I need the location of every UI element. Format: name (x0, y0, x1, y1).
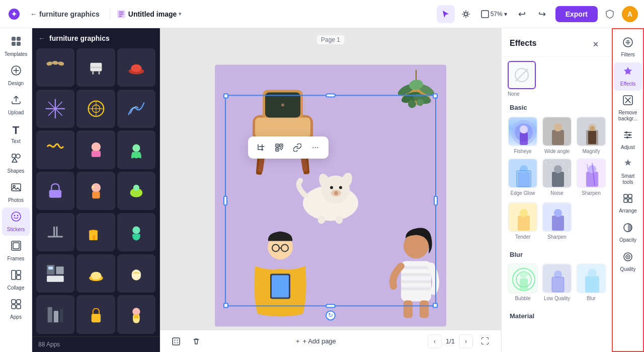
rail-item-effects[interactable]: Effects (614, 62, 642, 91)
sidebar-item-upload[interactable]: Upload (2, 91, 30, 119)
sticker-item[interactable] (117, 295, 155, 333)
svg-rect-57 (47, 265, 54, 274)
sticker-item[interactable] (117, 90, 155, 128)
effect-sharpen-1[interactable]: Sharpen (576, 158, 606, 196)
zoom-chevron-icon: ▾ (504, 11, 507, 18)
more-button[interactable]: ··· (307, 139, 324, 156)
sticker-item[interactable] (76, 130, 115, 169)
svg-rect-146 (545, 162, 546, 163)
sticker-item[interactable] (117, 172, 155, 210)
rail-item-filters[interactable]: Filters (614, 33, 642, 61)
delete-button[interactable] (188, 333, 204, 349)
sticker-item[interactable] (117, 213, 155, 251)
sticker-item[interactable] (36, 295, 74, 333)
sidebar-item-templates[interactable]: Templates (2, 32, 30, 60)
back-button[interactable]: ← furniture graphics (26, 8, 104, 20)
canvas-element-dog[interactable] (290, 165, 371, 226)
sticker-item[interactable] (76, 254, 115, 293)
sidebar-item-shapes[interactable]: Shapes (2, 149, 30, 177)
sticker-item[interactable] (36, 172, 74, 210)
rail-item-remove-bg[interactable]: Remove backgr... (614, 92, 642, 125)
prev-page-button[interactable]: ‹ (428, 334, 442, 348)
sidebar-item-label-upload: Upload (8, 110, 24, 116)
canvas-element-woman[interactable] (386, 221, 446, 321)
sidebar-item-stickers[interactable]: Stickers (2, 207, 30, 236)
redo-icon: ↪ (538, 9, 546, 20)
effect-magnify[interactable]: Magnify (576, 116, 606, 154)
rail-item-arrange[interactable]: Arrange (614, 189, 642, 218)
effect-bubble[interactable]: Bubble (508, 263, 538, 301)
svg-rect-178 (624, 194, 627, 198)
user-avatar[interactable]: A (622, 6, 638, 22)
document-name[interactable]: Untitled image ▾ (116, 9, 181, 19)
link-button[interactable] (289, 139, 305, 156)
effect-low-quality[interactable]: Low Quality (542, 263, 572, 301)
handle-mid-right[interactable] (434, 195, 438, 205)
handle-bottom-left[interactable] (223, 303, 228, 308)
svg-rect-119 (280, 148, 281, 149)
effect-blur[interactable]: Blur (576, 263, 606, 301)
effect-none[interactable]: None (508, 61, 606, 97)
svg-rect-5 (12, 37, 16, 41)
sticker-item[interactable] (76, 172, 115, 210)
effect-noise[interactable]: Noise (542, 158, 572, 196)
rail-item-smart-tools[interactable]: Smart tools (614, 155, 642, 188)
canvas-element-plant[interactable] (391, 69, 441, 140)
rail-item-opacity[interactable]: Opacity (614, 219, 642, 247)
sidebar-item-collage[interactable]: Collage (2, 266, 30, 294)
sticker-item[interactable] (76, 295, 115, 333)
export-button[interactable]: Export (555, 6, 598, 22)
handle-top-left[interactable] (223, 93, 228, 98)
sticker-item[interactable] (76, 213, 115, 251)
svg-rect-137 (588, 131, 596, 144)
canvas-page[interactable]: ↻ (215, 64, 446, 326)
smart-tools-icon (622, 158, 633, 172)
sidebar-item-design[interactable]: Design (2, 61, 30, 90)
sidebar-item-label-shapes: Shapes (8, 168, 25, 174)
effect-tender[interactable]: Tender (508, 202, 538, 240)
handle-mid-left[interactable] (223, 195, 227, 205)
sidebar-item-photos[interactable]: Photos (2, 178, 30, 206)
sticker-item[interactable] (36, 130, 74, 169)
select-tool-button[interactable] (437, 5, 455, 23)
effect-sharpen-2[interactable]: Sharpen (542, 202, 572, 240)
pan-tool-button[interactable] (457, 5, 475, 23)
effects-close-button[interactable]: × (588, 36, 604, 50)
sticker-item[interactable] (117, 130, 155, 169)
next-page-button[interactable]: › (459, 334, 473, 348)
svg-rect-106 (401, 266, 431, 269)
effect-fisheye[interactable]: Fisheye (508, 116, 538, 154)
sticker-item[interactable] (36, 213, 74, 251)
grid-button[interactable] (168, 333, 184, 349)
effect-wide-angle[interactable]: Wide angle (542, 116, 572, 154)
sidebar-item-apps[interactable]: Apps (2, 295, 30, 323)
apps-icon (11, 299, 22, 313)
rail-item-quality[interactable]: Quality (614, 248, 642, 276)
fullscreen-button[interactable]: ⛶ (477, 333, 493, 349)
svg-rect-108 (401, 280, 431, 283)
sidebar-item-frames[interactable]: Frames (2, 237, 30, 265)
crop-button[interactable] (253, 139, 269, 156)
rail-item-adjust[interactable]: Adjust (614, 126, 642, 154)
sticker-item[interactable] (76, 48, 115, 87)
effect-edge-glow[interactable]: Edge Glow (508, 158, 538, 196)
rotate-handle[interactable]: ↻ (326, 310, 336, 320)
sticker-panel-back[interactable]: ← (38, 34, 45, 42)
sticker-item[interactable] (36, 90, 74, 128)
undo-button[interactable]: ↩ (513, 5, 531, 23)
svg-point-56 (132, 227, 140, 234)
handle-bottom-center[interactable] (326, 304, 336, 308)
canvas-area[interactable]: Page 1 (160, 28, 501, 352)
resize-button[interactable]: 57% ▾ (477, 5, 511, 23)
sidebar-item-text[interactable]: T Text (2, 120, 30, 148)
sticker-item[interactable] (36, 48, 74, 87)
canvas-element-girl[interactable] (245, 226, 315, 316)
sticker-item[interactable] (117, 48, 155, 87)
qr-button[interactable] (271, 139, 287, 156)
sticker-item[interactable] (117, 254, 155, 293)
sticker-item[interactable] (76, 90, 115, 128)
redo-button[interactable]: ↪ (533, 5, 551, 23)
add-page-button[interactable]: + + Add page (289, 334, 343, 348)
svg-point-33 (131, 64, 141, 72)
sticker-item[interactable] (36, 254, 74, 293)
